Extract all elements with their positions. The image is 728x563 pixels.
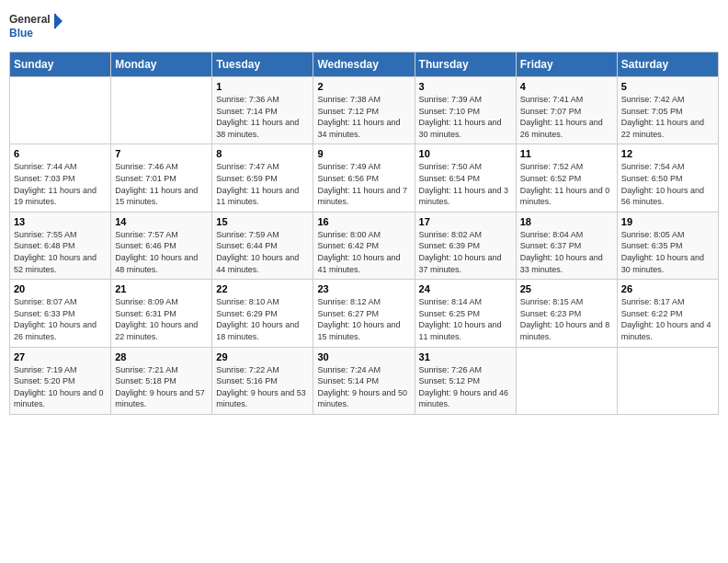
calendar-cell: 29Sunrise: 7:22 AM Sunset: 5:16 PM Dayli…	[212, 347, 313, 414]
calendar-cell: 12Sunrise: 7:54 AM Sunset: 6:50 PM Dayli…	[617, 144, 718, 212]
day-header-saturday: Saturday	[617, 52, 718, 77]
day-number: 29	[216, 351, 309, 362]
calendar-cell: 9Sunrise: 7:49 AM Sunset: 6:56 PM Daylig…	[313, 144, 415, 212]
calendar-cell: 4Sunrise: 7:41 AM Sunset: 7:07 PM Daylig…	[516, 77, 617, 144]
day-number: 14	[115, 216, 208, 227]
calendar-cell: 1Sunrise: 7:36 AM Sunset: 7:14 PM Daylig…	[212, 77, 313, 144]
day-info: Sunrise: 8:05 AM Sunset: 6:35 PM Dayligh…	[621, 229, 714, 275]
day-info: Sunrise: 8:09 AM Sunset: 6:31 PM Dayligh…	[115, 296, 208, 342]
day-header-thursday: Thursday	[415, 52, 516, 77]
calendar-cell: 15Sunrise: 7:59 AM Sunset: 6:44 PM Dayli…	[212, 212, 313, 279]
calendar-cell: 16Sunrise: 8:00 AM Sunset: 6:42 PM Dayli…	[313, 212, 415, 279]
day-number: 10	[419, 148, 512, 159]
day-info: Sunrise: 7:44 AM Sunset: 7:03 PM Dayligh…	[14, 161, 107, 207]
day-info: Sunrise: 7:21 AM Sunset: 5:18 PM Dayligh…	[115, 364, 208, 410]
day-info: Sunrise: 8:12 AM Sunset: 6:27 PM Dayligh…	[317, 296, 410, 342]
calendar-week-row: 27Sunrise: 7:19 AM Sunset: 5:20 PM Dayli…	[10, 347, 719, 414]
calendar-cell: 31Sunrise: 7:26 AM Sunset: 5:12 PM Dayli…	[415, 347, 516, 414]
calendar-cell: 14Sunrise: 7:57 AM Sunset: 6:46 PM Dayli…	[111, 212, 212, 279]
day-info: Sunrise: 8:07 AM Sunset: 6:33 PM Dayligh…	[14, 296, 107, 342]
svg-marker-2	[55, 14, 63, 29]
day-number: 11	[520, 148, 613, 159]
svg-text:Blue: Blue	[9, 27, 33, 40]
day-info: Sunrise: 7:47 AM Sunset: 6:59 PM Dayligh…	[216, 161, 309, 207]
calendar-cell	[111, 77, 212, 144]
day-info: Sunrise: 7:22 AM Sunset: 5:16 PM Dayligh…	[216, 364, 309, 410]
calendar-cell: 3Sunrise: 7:39 AM Sunset: 7:10 PM Daylig…	[415, 77, 516, 144]
calendar-cell	[516, 347, 617, 414]
calendar-cell: 5Sunrise: 7:42 AM Sunset: 7:05 PM Daylig…	[617, 77, 718, 144]
day-number: 8	[216, 148, 309, 159]
day-info: Sunrise: 7:54 AM Sunset: 6:50 PM Dayligh…	[621, 161, 714, 207]
day-number: 31	[419, 351, 512, 362]
day-number: 17	[419, 216, 512, 227]
logo-svg: General Blue	[9, 9, 64, 46]
day-info: Sunrise: 7:59 AM Sunset: 6:44 PM Dayligh…	[216, 229, 309, 275]
calendar-cell: 18Sunrise: 8:04 AM Sunset: 6:37 PM Dayli…	[516, 212, 617, 279]
calendar-table: SundayMondayTuesdayWednesdayThursdayFrid…	[9, 52, 719, 415]
page-header: General Blue	[9, 9, 719, 46]
day-number: 12	[621, 148, 714, 159]
calendar-cell: 26Sunrise: 8:17 AM Sunset: 6:22 PM Dayli…	[617, 280, 718, 347]
day-number: 9	[317, 148, 410, 159]
day-info: Sunrise: 8:17 AM Sunset: 6:22 PM Dayligh…	[621, 296, 714, 342]
day-info: Sunrise: 7:50 AM Sunset: 6:54 PM Dayligh…	[419, 161, 512, 207]
day-info: Sunrise: 7:55 AM Sunset: 6:48 PM Dayligh…	[14, 229, 107, 275]
day-info: Sunrise: 8:14 AM Sunset: 6:25 PM Dayligh…	[419, 296, 512, 342]
day-number: 24	[419, 283, 512, 294]
day-number: 21	[115, 283, 208, 294]
day-header-sunday: Sunday	[10, 52, 111, 77]
day-number: 15	[216, 216, 309, 227]
logo: General Blue	[9, 9, 64, 46]
day-number: 28	[115, 351, 208, 362]
calendar-cell: 23Sunrise: 8:12 AM Sunset: 6:27 PM Dayli…	[313, 280, 415, 347]
calendar-cell: 17Sunrise: 8:02 AM Sunset: 6:39 PM Dayli…	[415, 212, 516, 279]
day-number: 16	[317, 216, 410, 227]
day-info: Sunrise: 7:49 AM Sunset: 6:56 PM Dayligh…	[317, 161, 410, 207]
calendar-cell: 24Sunrise: 8:14 AM Sunset: 6:25 PM Dayli…	[415, 280, 516, 347]
day-number: 2	[317, 81, 410, 92]
calendar-cell: 21Sunrise: 8:09 AM Sunset: 6:31 PM Dayli…	[111, 280, 212, 347]
day-number: 13	[14, 216, 107, 227]
calendar-cell: 27Sunrise: 7:19 AM Sunset: 5:20 PM Dayli…	[10, 347, 111, 414]
day-info: Sunrise: 8:04 AM Sunset: 6:37 PM Dayligh…	[520, 229, 613, 275]
calendar-cell: 6Sunrise: 7:44 AM Sunset: 7:03 PM Daylig…	[10, 144, 111, 212]
day-info: Sunrise: 7:41 AM Sunset: 7:07 PM Dayligh…	[520, 94, 613, 140]
day-number: 7	[115, 148, 208, 159]
svg-text:General: General	[9, 13, 51, 26]
calendar-cell: 25Sunrise: 8:15 AM Sunset: 6:23 PM Dayli…	[516, 280, 617, 347]
day-number: 23	[317, 283, 410, 294]
day-number: 4	[520, 81, 613, 92]
calendar-header-row: SundayMondayTuesdayWednesdayThursdayFrid…	[10, 52, 719, 77]
day-number: 1	[216, 81, 309, 92]
day-info: Sunrise: 7:36 AM Sunset: 7:14 PM Dayligh…	[216, 94, 309, 140]
day-number: 18	[520, 216, 613, 227]
day-header-monday: Monday	[111, 52, 212, 77]
day-number: 3	[419, 81, 512, 92]
calendar-cell: 11Sunrise: 7:52 AM Sunset: 6:52 PM Dayli…	[516, 144, 617, 212]
day-info: Sunrise: 8:10 AM Sunset: 6:29 PM Dayligh…	[216, 296, 309, 342]
calendar-cell	[617, 347, 718, 414]
calendar-cell: 8Sunrise: 7:47 AM Sunset: 6:59 PM Daylig…	[212, 144, 313, 212]
calendar-cell: 22Sunrise: 8:10 AM Sunset: 6:29 PM Dayli…	[212, 280, 313, 347]
day-number: 27	[14, 351, 107, 362]
day-header-wednesday: Wednesday	[313, 52, 415, 77]
day-info: Sunrise: 7:46 AM Sunset: 7:01 PM Dayligh…	[115, 161, 208, 207]
calendar-week-row: 6Sunrise: 7:44 AM Sunset: 7:03 PM Daylig…	[10, 144, 719, 212]
day-info: Sunrise: 8:15 AM Sunset: 6:23 PM Dayligh…	[520, 296, 613, 342]
day-number: 20	[14, 283, 107, 294]
day-number: 26	[621, 283, 714, 294]
calendar-week-row: 13Sunrise: 7:55 AM Sunset: 6:48 PM Dayli…	[10, 212, 719, 279]
day-info: Sunrise: 7:19 AM Sunset: 5:20 PM Dayligh…	[14, 364, 107, 410]
day-number: 19	[621, 216, 714, 227]
calendar-cell: 13Sunrise: 7:55 AM Sunset: 6:48 PM Dayli…	[10, 212, 111, 279]
day-info: Sunrise: 7:52 AM Sunset: 6:52 PM Dayligh…	[520, 161, 613, 207]
day-header-tuesday: Tuesday	[212, 52, 313, 77]
day-number: 6	[14, 148, 107, 159]
day-number: 22	[216, 283, 309, 294]
day-number: 30	[317, 351, 410, 362]
day-number: 5	[621, 81, 714, 92]
day-info: Sunrise: 7:39 AM Sunset: 7:10 PM Dayligh…	[419, 94, 512, 140]
day-info: Sunrise: 7:42 AM Sunset: 7:05 PM Dayligh…	[621, 94, 714, 140]
day-header-friday: Friday	[516, 52, 617, 77]
